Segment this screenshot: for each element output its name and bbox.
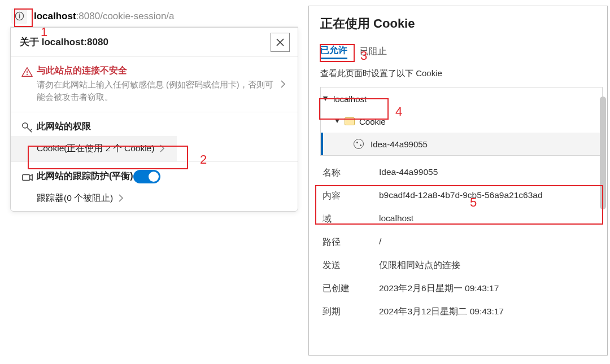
permissions-title: 此网站的权限 xyxy=(37,121,91,133)
tree-item-label: Idea-44a99055 xyxy=(371,139,428,149)
kv-value-path: / xyxy=(379,236,594,248)
kv-label-name: 名称 xyxy=(323,167,379,179)
cookie-tree: localhost Cookie Idea-44a99055 xyxy=(320,87,603,156)
insecure-title: 与此站点的连接不安全 xyxy=(37,65,275,77)
callout-box-3 xyxy=(320,44,355,62)
close-icon xyxy=(276,38,285,47)
url-path: /cookie-session/a xyxy=(100,11,174,21)
url-display[interactable]: localhost:8080/cookie-session/a xyxy=(27,11,175,22)
kv-label-expires: 到期 xyxy=(323,306,379,318)
kv-value-name: Idea-44a99055 xyxy=(379,167,594,179)
callout-box-4 xyxy=(319,98,389,120)
address-bar[interactable]: localhost:8080/cookie-session/a xyxy=(10,6,298,27)
url-port: :8080 xyxy=(76,11,101,21)
chevron-right-icon xyxy=(113,194,129,203)
chevron-right-icon xyxy=(275,80,291,89)
callout-box-1 xyxy=(14,8,33,27)
callout-box-5 xyxy=(315,185,603,225)
insecure-connection-row[interactable]: 与此站点的连接不安全 请勿在此网站上输入任何敏感信息 (例如密码或信用卡)，否则… xyxy=(11,57,298,112)
right-panel-title: 正在使用 Cookie xyxy=(309,6,607,43)
expand-icon xyxy=(336,120,339,123)
kv-value-send: 仅限相同站点的连接 xyxy=(379,260,594,271)
svg-point-4 xyxy=(27,74,28,75)
warning-icon xyxy=(21,66,33,78)
cookie-icon xyxy=(354,139,364,149)
about-title: 关于 localhost:8080 xyxy=(20,36,108,49)
tracking-title: 此网站的跟踪防护(平衡) xyxy=(37,170,133,182)
kv-value-expires: 2024年3月12日星期二 09:43:17 xyxy=(379,306,594,318)
kv-value-created: 2023年2月6日星期一 09:43:17 xyxy=(379,283,594,295)
svg-rect-3 xyxy=(27,71,27,73)
kv-label-path: 路径 xyxy=(323,236,379,248)
close-button[interactable] xyxy=(271,33,290,52)
tree-cookie-item[interactable]: Idea-44a99055 xyxy=(321,133,602,155)
callout-number-2: 2 xyxy=(200,152,207,167)
key-icon xyxy=(21,121,33,134)
callout-number-3: 3 xyxy=(360,49,367,63)
kv-label-created: 已创建 xyxy=(323,283,379,295)
insecure-desc: 请勿在此网站上输入任何敏感信息 (例如密码或信用卡)，否则可能会被攻击者窃取。 xyxy=(37,79,275,104)
callout-number-5: 5 xyxy=(470,195,477,210)
callout-number-4: 4 xyxy=(395,104,402,119)
kv-label-send: 发送 xyxy=(323,260,379,271)
callout-number-1: 1 xyxy=(41,25,47,40)
tracking-toggle[interactable] xyxy=(133,170,160,183)
tracker-row[interactable]: 跟踪器(0 个被阻止) xyxy=(11,186,136,211)
camera-icon xyxy=(21,171,33,183)
callout-box-2 xyxy=(28,146,188,169)
cookie-desc: 查看此页面时设置了以下 Cookie xyxy=(309,59,607,84)
tracker-row-label: 跟踪器(0 个被阻止) xyxy=(37,192,113,204)
svg-rect-6 xyxy=(23,174,30,180)
url-host: localhost xyxy=(34,11,76,21)
site-info-popup: 关于 localhost:8080 与此站点的连接不安全 请勿在此网站上输入任何… xyxy=(10,27,298,212)
